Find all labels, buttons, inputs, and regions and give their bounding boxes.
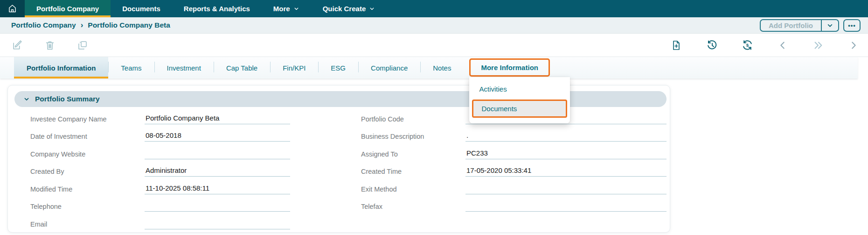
- tab-esg[interactable]: ESG: [318, 57, 358, 78]
- chevron-down-icon: [826, 22, 833, 29]
- breadcrumb-portfolio-company[interactable]: Portfolio Company: [11, 21, 76, 29]
- clone-icon: [77, 40, 88, 51]
- tab-fin-kpi[interactable]: Fin/KPI: [270, 57, 318, 78]
- breadcrumb-separator-icon: ›: [81, 21, 83, 30]
- field-email: Email: [30, 215, 290, 233]
- record-toolbar: $: [0, 34, 868, 57]
- chevron-right-icon: [848, 40, 859, 50]
- field-label: Assigned To: [361, 150, 465, 158]
- home-button[interactable]: [0, 0, 25, 17]
- skip-forward-button[interactable]: [812, 39, 824, 51]
- currency-refresh-button[interactable]: $: [741, 39, 753, 51]
- field-value[interactable]: [145, 201, 290, 212]
- home-icon: [7, 4, 17, 14]
- tab-notes[interactable]: Notes: [420, 57, 464, 78]
- more-information-dropdown: Activities Documents: [469, 77, 570, 123]
- trash-icon: [44, 40, 56, 51]
- tab-label: Cap Table: [226, 64, 257, 72]
- record-tab-strip: Portfolio Information Teams Investment C…: [0, 57, 858, 78]
- field-value[interactable]: .: [465, 131, 667, 142]
- tab-label: Compliance: [371, 64, 408, 72]
- edit-button[interactable]: [11, 39, 23, 51]
- nav-item-more[interactable]: More: [262, 0, 311, 17]
- field-value[interactable]: 08-05-2018: [145, 131, 290, 142]
- field-label: Date of Investment: [30, 133, 145, 140]
- add-portfolio-dropdown-toggle[interactable]: [821, 20, 838, 31]
- field-label: Created Time: [361, 168, 465, 175]
- tab-compliance[interactable]: Compliance: [358, 57, 420, 78]
- header-actions: Add Portfolio •••: [760, 19, 861, 32]
- add-document-icon: [671, 40, 682, 51]
- toolbar-right-group: $: [670, 39, 860, 51]
- add-portfolio-split-button: Add Portfolio: [760, 19, 839, 32]
- field-value[interactable]: [145, 219, 290, 229]
- field-value[interactable]: 17-05-2020 05:33:41: [465, 166, 667, 177]
- field-investee-company-name: Investee Company Name Portfolio Company …: [30, 110, 290, 128]
- tab-cap-table[interactable]: Cap Table: [214, 57, 270, 78]
- nav-item-portfolio-company[interactable]: Portfolio Company: [25, 0, 111, 17]
- field-value[interactable]: 11-10-2025 08:58:11: [145, 184, 290, 194]
- currency-refresh-icon: $: [742, 39, 753, 51]
- field-label: Exit Method: [361, 185, 465, 193]
- field-date-of-investment: Date of Investment 08-05-2018: [30, 128, 290, 146]
- main-content: Portfolio Summary Investee Company Name …: [0, 78, 868, 233]
- summary-fields: Investee Company Name Portfolio Company …: [14, 110, 667, 233]
- previous-record-button[interactable]: [777, 39, 789, 51]
- field-value[interactable]: Portfolio Company Beta: [145, 114, 290, 124]
- tab-label: Notes: [433, 64, 451, 72]
- nav-item-label: Documents: [122, 5, 160, 13]
- field-label: Modified Time: [30, 185, 145, 193]
- clone-button[interactable]: [76, 39, 89, 51]
- nav-item-label: Quick Create: [323, 5, 366, 13]
- edit-icon: [12, 39, 23, 51]
- chevron-down-icon: [369, 6, 375, 12]
- nav-item-reports-analytics[interactable]: Reports & Analytics: [172, 0, 262, 17]
- chevron-down-icon: [293, 6, 299, 12]
- field-label: Telefax: [361, 203, 465, 210]
- add-document-button[interactable]: [670, 39, 682, 51]
- field-created-by: Created By Administrator: [30, 163, 290, 181]
- menu-item-activities[interactable]: Activities: [469, 80, 570, 98]
- field-label: Created By: [30, 168, 145, 175]
- field-value[interactable]: Administrator: [145, 166, 290, 177]
- nav-item-label: Portfolio Company: [36, 5, 99, 13]
- field-value[interactable]: [465, 201, 667, 212]
- nav-item-label: Reports & Analytics: [184, 5, 250, 13]
- more-options-button[interactable]: •••: [843, 19, 861, 32]
- field-value[interactable]: [145, 149, 290, 159]
- breadcrumb-bar: Portfolio Company › Portfolio Company Be…: [0, 17, 868, 34]
- fields-column-right: Portfolio Code Business Description . As…: [361, 110, 667, 233]
- fields-column-left: Investee Company Name Portfolio Company …: [30, 110, 290, 233]
- field-business-description: Business Description .: [361, 128, 667, 146]
- menu-item-documents[interactable]: Documents: [472, 100, 567, 118]
- tab-label: Portfolio Information: [27, 64, 96, 72]
- tab-label: Fin/KPI: [283, 64, 306, 72]
- nav-item-quick-create[interactable]: Quick Create: [311, 0, 387, 17]
- field-created-time: Created Time 17-05-2020 05:33:41: [361, 163, 667, 181]
- field-label: Portfolio Code: [361, 115, 465, 123]
- field-value[interactable]: [465, 184, 667, 194]
- tab-portfolio-information[interactable]: Portfolio Information: [14, 57, 108, 78]
- delete-button[interactable]: [44, 39, 56, 51]
- collapse-chevron-icon: [23, 96, 30, 102]
- field-label: Investee Company Name: [30, 115, 145, 123]
- breadcrumb-portfolio-company-beta[interactable]: Portfolio Company Beta: [88, 21, 170, 29]
- double-chevron-right-icon: [812, 40, 824, 50]
- nav-item-documents[interactable]: Documents: [111, 0, 172, 17]
- tab-more-information[interactable]: More Information Activities Documents: [469, 58, 550, 77]
- portfolio-summary-card: Portfolio Summary Investee Company Name …: [7, 85, 670, 233]
- field-telefax: Telefax: [361, 198, 667, 216]
- history-button[interactable]: [706, 39, 718, 51]
- chevron-left-icon: [778, 40, 788, 50]
- tab-label: ESG: [331, 64, 346, 72]
- next-record-button[interactable]: [847, 39, 860, 51]
- section-title: Portfolio Summary: [35, 95, 100, 103]
- field-exit-method: Exit Method: [361, 180, 667, 198]
- ellipsis-icon: •••: [848, 22, 856, 29]
- tab-teams[interactable]: Teams: [108, 57, 154, 78]
- tab-investment[interactable]: Investment: [154, 57, 214, 78]
- field-value[interactable]: PC233: [465, 149, 667, 159]
- add-portfolio-button[interactable]: Add Portfolio: [761, 20, 821, 31]
- top-navbar: Portfolio Company Documents Reports & An…: [0, 0, 868, 17]
- history-icon: [706, 39, 718, 51]
